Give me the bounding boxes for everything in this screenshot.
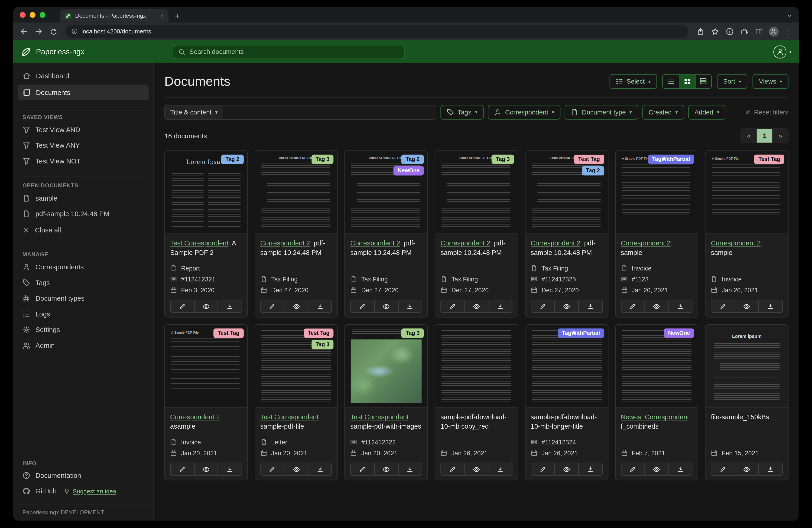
download-document-button[interactable]	[218, 463, 242, 476]
minimize-window-button[interactable]	[30, 12, 35, 18]
edit-document-button[interactable]	[621, 463, 645, 476]
sidebar-item-manage[interactable]: Settings	[18, 322, 148, 337]
preview-document-button[interactable]	[554, 300, 579, 313]
edit-document-button[interactable]	[531, 463, 555, 476]
tag-badge[interactable]: Test Tag	[754, 155, 784, 164]
document-thumbnail[interactable]	[435, 325, 518, 408]
close-tab-icon[interactable]: ×	[160, 13, 164, 19]
document-thumbnail[interactable]: Adobe Acrobat PDF Files Tag 3	[435, 151, 518, 234]
tag-badge[interactable]: Tag 3	[311, 340, 334, 349]
document-type-row[interactable]: Invoice	[170, 437, 242, 447]
sidebar-item-manage[interactable]: Tags	[18, 275, 148, 290]
document-card[interactable]: Test TagTag 3 Test Correspondent: sample…	[255, 324, 338, 481]
document-thumbnail[interactable]: Adobe Acrobat PDF Files Test TagTag 2	[525, 151, 608, 234]
preview-document-button[interactable]	[464, 463, 489, 476]
tab-search-chevron-icon[interactable]	[786, 13, 793, 19]
edit-document-button[interactable]	[260, 463, 285, 476]
document-card[interactable]: Lorem Ipsum Tag 2 Test Correspondent: A …	[164, 151, 248, 318]
preview-document-button[interactable]	[284, 463, 308, 476]
correspondent-link[interactable]: Correspondent 2	[260, 239, 310, 247]
asn-row[interactable]: #1123	[621, 273, 693, 284]
sidebar-item-dashboard[interactable]: Dashboard	[18, 68, 148, 83]
reset-filters-button[interactable]: Reset filters	[745, 109, 788, 116]
sidebar-item-manage[interactable]: Admin	[18, 338, 148, 353]
zoom-window-button[interactable]	[40, 12, 45, 18]
download-document-button[interactable]	[668, 300, 693, 313]
download-document-button[interactable]	[668, 463, 693, 476]
sidebar-item-manage[interactable]: Correspondents	[18, 260, 148, 275]
asn-row[interactable]: #112412322	[350, 437, 422, 447]
correspondent-link[interactable]: Correspondent 2	[440, 239, 490, 247]
view-list-button[interactable]	[663, 74, 679, 88]
tags-filter-button[interactable]: Tags ▾	[440, 105, 483, 119]
correspondent-link[interactable]: Correspondent 2	[350, 239, 400, 247]
filter-field-dropdown[interactable]: Title & content ▾	[164, 105, 223, 119]
document-card[interactable]: Adobe Acrobat PDF Files Tag 3 Correspond…	[435, 151, 518, 318]
asn-row[interactable]: #112412321	[170, 273, 242, 284]
document-card[interactable]: sample-pdf-download-10-mb copy_red Jan 2…	[435, 324, 518, 481]
document-card[interactable]: TagWithPartial sample-pdf-download-10-mb…	[525, 324, 608, 481]
page-info-icon[interactable]	[723, 25, 736, 38]
tag-badge[interactable]: Tag 3	[402, 329, 424, 338]
back-icon[interactable]	[17, 25, 31, 38]
correspondent-link[interactable]: Correspondent 2	[621, 239, 670, 247]
added-filter-button[interactable]: Added ▾	[688, 105, 726, 119]
tag-badge[interactable]: NewOne	[393, 166, 424, 175]
close-window-button[interactable]	[20, 12, 26, 18]
tag-badge[interactable]: Tag 3	[311, 155, 334, 164]
document-card[interactable]: Adobe Acrobat PDF Files Tag 2NewOne Corr…	[345, 151, 428, 318]
bookmark-star-icon[interactable]	[708, 25, 722, 38]
tag-badge[interactable]: TagWithPartial	[558, 329, 604, 338]
pagination-next-button[interactable]: »	[772, 129, 788, 143]
download-document-button[interactable]	[578, 463, 603, 476]
sidebar-item-manage[interactable]: Logs	[18, 306, 148, 322]
view-grid-button[interactable]	[679, 74, 695, 88]
search-input[interactable]	[189, 48, 399, 55]
document-thumbnail[interactable]: Lorem Ipsum Tag 2	[165, 151, 247, 234]
tag-badge[interactable]: Tag 2	[221, 155, 244, 164]
document-card[interactable]: NewOne Newest Correspondent: f_combineds	[615, 324, 698, 481]
download-document-button[interactable]	[308, 463, 332, 476]
sidebar-item-saved-view[interactable]: Test View AND	[18, 122, 148, 137]
preview-document-button[interactable]	[374, 463, 398, 476]
preview-document-button[interactable]	[194, 463, 218, 476]
sort-button[interactable]: Sort ▾	[717, 74, 747, 88]
edit-document-button[interactable]	[260, 300, 285, 313]
edit-document-button[interactable]	[440, 300, 465, 313]
created-filter-button[interactable]: Created ▾	[642, 105, 684, 119]
document-thumbnail[interactable]: NewOne	[615, 325, 698, 408]
preview-document-button[interactable]	[464, 300, 489, 313]
sidebar-item-saved-view[interactable]: Test View ANY	[18, 138, 148, 153]
tag-badge[interactable]: Test Tag	[304, 329, 334, 338]
browser-menu-kebab-icon[interactable]: ⋮	[781, 25, 795, 38]
document-thumbnail[interactable]: Lorem ipsum	[706, 325, 788, 408]
download-document-button[interactable]	[398, 463, 422, 476]
correspondent-link[interactable]: Test Correspondent	[260, 413, 318, 421]
preview-document-button[interactable]	[554, 463, 579, 476]
forward-icon[interactable]	[32, 25, 45, 38]
sidebar-item-documentation[interactable]: Documentation	[18, 468, 148, 483]
download-document-button[interactable]	[758, 463, 783, 476]
user-menu[interactable]: ▾	[774, 45, 792, 58]
edit-document-button[interactable]	[711, 300, 735, 313]
select-button[interactable]: Select ▾	[609, 74, 657, 88]
document-card[interactable]: Lorem ipsum file-sample_150kBs	[705, 324, 788, 481]
document-type-row[interactable]: Tax Filing	[350, 273, 422, 284]
browser-tab[interactable]: Documents - Paperless-ngx ×	[60, 9, 169, 22]
suggest-idea-link[interactable]: Suggest an idea	[64, 488, 116, 494]
document-thumbnail[interactable]: A Simple PDF File TagWithPartial	[615, 151, 698, 234]
sidebar-item-saved-view[interactable]: Test View NOT	[18, 154, 148, 169]
edit-document-button[interactable]	[440, 463, 465, 476]
correspondent-filter-button[interactable]: Correspondent ▾	[488, 105, 561, 119]
view-detail-button[interactable]	[695, 74, 711, 88]
correspondent-link[interactable]: Correspondent 2	[711, 239, 760, 247]
document-type-row[interactable]: Tax Filing	[531, 262, 603, 273]
pagination-prev-button[interactable]: «	[741, 129, 756, 143]
document-thumbnail[interactable]: Adobe Acrobat PDF Files Tag 3	[255, 151, 337, 234]
download-document-button[interactable]	[578, 300, 603, 313]
preview-document-button[interactable]	[194, 300, 218, 313]
tag-badge[interactable]: Tag 3	[492, 155, 514, 164]
tag-badge[interactable]: TagWithPartial	[648, 155, 694, 164]
download-document-button[interactable]	[218, 300, 242, 313]
document-thumbnail[interactable]: A Simple PDF File Test Tag	[165, 325, 247, 408]
